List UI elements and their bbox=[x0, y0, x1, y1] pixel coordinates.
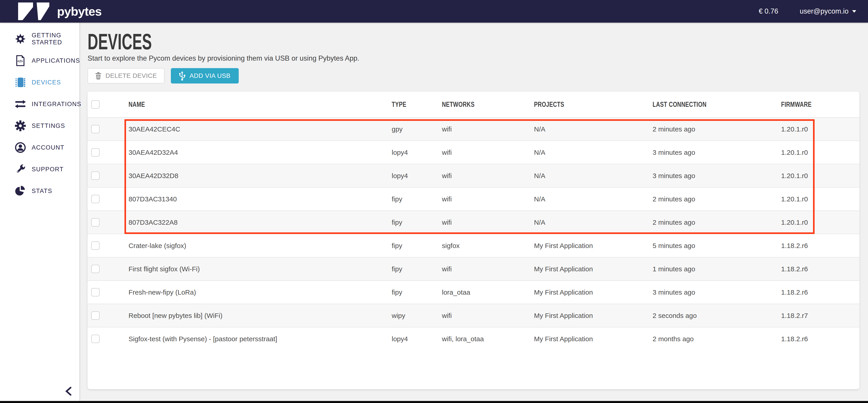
row-checkbox[interactable] bbox=[91, 195, 99, 203]
device-firmware: 1.20.1.r0 bbox=[781, 149, 859, 156]
device-firmware: 1.20.1.r0 bbox=[781, 219, 859, 226]
sidebar-item-applications[interactable]: </>APPLICATIONS bbox=[0, 50, 79, 71]
page-subtitle: Start to explore the Pycom devices by pr… bbox=[88, 54, 359, 62]
device-firmware: 1.20.1.r0 bbox=[781, 125, 859, 133]
device-type: gpy bbox=[392, 125, 442, 133]
chevron-left-icon bbox=[65, 386, 72, 396]
device-type: fipy bbox=[392, 288, 442, 296]
page-title: DEVICES bbox=[88, 29, 152, 55]
table-row[interactable]: 30AEA42D32A4lopy4wifiN/A3 minutes ago1.2… bbox=[88, 141, 859, 164]
table-row[interactable]: Crater-lake (sigfox)fipysigfoxMy First A… bbox=[88, 234, 859, 257]
select-all-checkbox[interactable] bbox=[91, 100, 99, 108]
add-via-usb-button[interactable]: ADD VIA USB bbox=[171, 68, 239, 84]
sidebar-item-label: ACCOUNT bbox=[32, 144, 64, 151]
pycom-logo-icon bbox=[18, 2, 52, 20]
column-header-name: NAME bbox=[128, 100, 392, 108]
device-firmware: 1.18.2.r6 bbox=[781, 265, 859, 273]
column-header-projects: PROJECTS bbox=[534, 100, 653, 108]
sidebar-item-label: SETTINGS bbox=[32, 122, 65, 129]
table-row[interactable]: Sigfox-test (with Pysense) - [pastoor pe… bbox=[88, 327, 859, 350]
device-firmware: 1.18.2.r7 bbox=[781, 312, 859, 319]
device-firmware: 1.20.1.r0 bbox=[781, 195, 859, 203]
device-projects: My First Application bbox=[534, 312, 653, 319]
row-checkbox[interactable] bbox=[91, 242, 99, 250]
row-checkbox[interactable] bbox=[91, 335, 99, 343]
row-checkbox[interactable] bbox=[91, 172, 99, 180]
device-name: 30AEA42D32D8 bbox=[128, 172, 392, 180]
device-name: Sigfox-test (with Pysense) - [pastoor pe… bbox=[128, 335, 392, 343]
account-balance[interactable]: € 0.76 bbox=[759, 7, 778, 16]
person-icon bbox=[14, 142, 26, 153]
device-type: fipy bbox=[392, 265, 442, 273]
user-menu[interactable]: user@pycom.io bbox=[800, 7, 856, 16]
code-document-icon: </> bbox=[14, 55, 26, 66]
table-row[interactable]: Reboot [new pybytes lib] (WiFi)wipywifiM… bbox=[88, 304, 859, 327]
device-projects: N/A bbox=[534, 219, 653, 226]
pie-chart-icon bbox=[14, 185, 26, 197]
top-bar: pybytes € 0.76 user@pycom.io bbox=[0, 0, 868, 23]
sidebar-item-devices[interactable]: DEVICES bbox=[0, 71, 79, 93]
table-row[interactable]: 30AEA42CEC4CgpywifiN/A2 minutes ago1.20.… bbox=[88, 118, 859, 141]
table-row[interactable]: First flight sigfox (Wi-Fi)fipywifiMy Fi… bbox=[88, 257, 859, 280]
device-last-connection: 2 minutes ago bbox=[653, 219, 781, 226]
device-firmware: 1.18.2.r6 bbox=[781, 242, 859, 250]
device-last-connection: 5 minutes ago bbox=[653, 242, 781, 250]
arrows-exchange-icon bbox=[14, 98, 26, 110]
device-projects: My First Application bbox=[534, 242, 653, 250]
device-projects: N/A bbox=[534, 195, 653, 203]
device-networks: wifi, lora_otaa bbox=[442, 335, 534, 343]
device-networks: wifi bbox=[442, 265, 534, 273]
device-type: fipy bbox=[392, 195, 442, 203]
row-checkbox[interactable] bbox=[91, 265, 99, 273]
table-row[interactable]: Fresh-new-fipy (LoRa)fipylora_otaaMy Fir… bbox=[88, 280, 859, 304]
sidebar-collapse-button[interactable] bbox=[63, 385, 74, 397]
device-projects: My First Application bbox=[534, 335, 653, 343]
sidebar-item-getting-started[interactable]: GETTING STARTED bbox=[0, 28, 79, 50]
row-checkbox[interactable] bbox=[91, 218, 99, 226]
table-row[interactable]: 807D3AC31340fipywifiN/A2 minutes ago1.20… bbox=[88, 187, 859, 211]
device-last-connection: 3 minutes ago bbox=[653, 172, 781, 180]
sun-icon bbox=[14, 33, 26, 45]
svg-text:</>: </> bbox=[18, 59, 23, 63]
sidebar-item-stats[interactable]: STATS bbox=[0, 180, 79, 202]
device-type: lopy4 bbox=[392, 149, 442, 156]
row-checkbox[interactable] bbox=[91, 125, 99, 133]
device-name: 807D3AC31340 bbox=[128, 195, 392, 203]
device-name: 807D3AC322A8 bbox=[128, 219, 392, 226]
device-last-connection: 2 seconds ago bbox=[653, 312, 781, 319]
trash-icon bbox=[95, 72, 101, 80]
device-name: Reboot [new pybytes lib] (WiFi) bbox=[128, 312, 392, 319]
device-firmware: 1.18.2.r6 bbox=[781, 288, 859, 296]
device-networks: sigfox bbox=[442, 242, 534, 250]
sidebar-item-settings[interactable]: SETTINGS bbox=[0, 115, 79, 137]
delete-device-button[interactable]: DELETE DEVICE bbox=[88, 68, 164, 84]
logo-text: pybytes bbox=[57, 4, 102, 18]
row-checkbox[interactable] bbox=[91, 311, 99, 320]
device-projects: N/A bbox=[534, 172, 653, 180]
wrench-icon bbox=[14, 163, 26, 175]
column-header-last-connection: LAST CONNECTION bbox=[653, 100, 781, 108]
pybytes-logo[interactable]: pybytes bbox=[18, 2, 102, 20]
sidebar-item-account[interactable]: ACCOUNT bbox=[0, 137, 79, 158]
device-last-connection: 3 minutes ago bbox=[653, 149, 781, 156]
device-name: First flight sigfox (Wi-Fi) bbox=[128, 265, 392, 273]
row-checkbox[interactable] bbox=[91, 148, 99, 157]
device-type: fipy bbox=[392, 242, 442, 250]
column-header-networks: NETWORKS bbox=[442, 100, 534, 108]
row-checkbox[interactable] bbox=[91, 288, 99, 297]
device-projects: N/A bbox=[534, 149, 653, 156]
device-projects: My First Application bbox=[534, 265, 653, 273]
device-type: fipy bbox=[392, 219, 442, 226]
table-row[interactable]: 30AEA42D32D8lopy4wifiN/A3 minutes ago1.2… bbox=[88, 164, 859, 187]
table-header-row: NAMETYPENETWORKSPROJECTSLAST CONNECTIONF… bbox=[88, 92, 859, 118]
sidebar-item-integrations[interactable]: INTEGRATIONS bbox=[0, 93, 79, 115]
sidebar-item-label: APPLICATIONS bbox=[32, 57, 80, 64]
add-via-usb-label: ADD VIA USB bbox=[189, 72, 230, 80]
sidebar-item-support[interactable]: SUPPORT bbox=[0, 158, 79, 180]
device-type: lopy4 bbox=[392, 172, 442, 180]
table-row[interactable]: 807D3AC322A8fipywifiN/A2 minutes ago1.20… bbox=[88, 211, 859, 234]
sidebar-item-label: INTEGRATIONS bbox=[32, 101, 82, 108]
device-type: wipy bbox=[392, 312, 442, 319]
device-name: 30AEA42CEC4C bbox=[128, 125, 392, 133]
device-networks: wifi bbox=[442, 149, 534, 156]
